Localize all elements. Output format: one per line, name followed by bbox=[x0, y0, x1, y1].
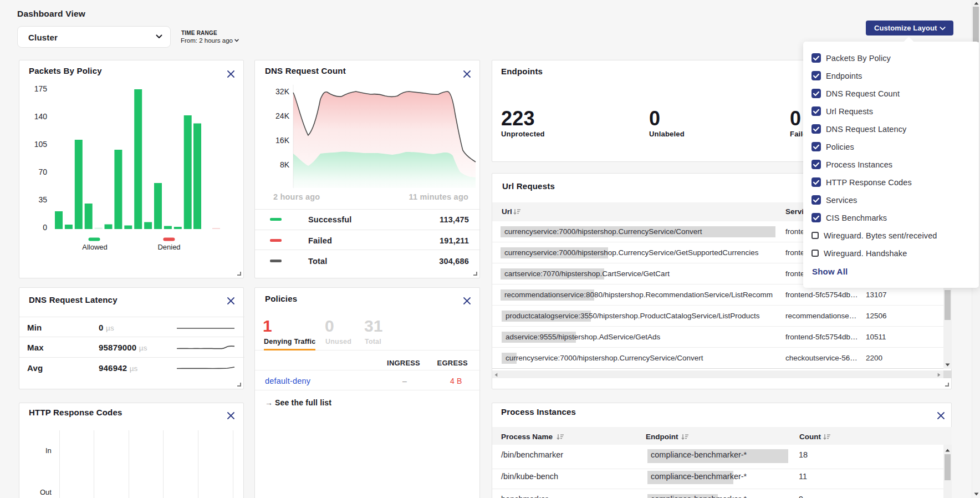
svg-text:Allowed: Allowed bbox=[82, 243, 108, 251]
svg-text:35: 35 bbox=[38, 195, 47, 204]
svg-text:140: 140 bbox=[34, 112, 48, 121]
svg-text:70: 70 bbox=[38, 167, 47, 176]
svg-text:24K: 24K bbox=[275, 111, 290, 120]
svg-text:Denied: Denied bbox=[157, 243, 180, 251]
svg-text:16K: 16K bbox=[275, 136, 290, 145]
svg-text:2 hours ago: 2 hours ago bbox=[273, 192, 320, 201]
svg-text:175: 175 bbox=[34, 84, 48, 93]
svg-text:11 minutes ago: 11 minutes ago bbox=[409, 192, 468, 201]
svg-text:105: 105 bbox=[34, 140, 48, 149]
svg-text:0: 0 bbox=[43, 223, 47, 232]
svg-text:8K: 8K bbox=[280, 160, 290, 169]
svg-text:32K: 32K bbox=[275, 87, 290, 96]
